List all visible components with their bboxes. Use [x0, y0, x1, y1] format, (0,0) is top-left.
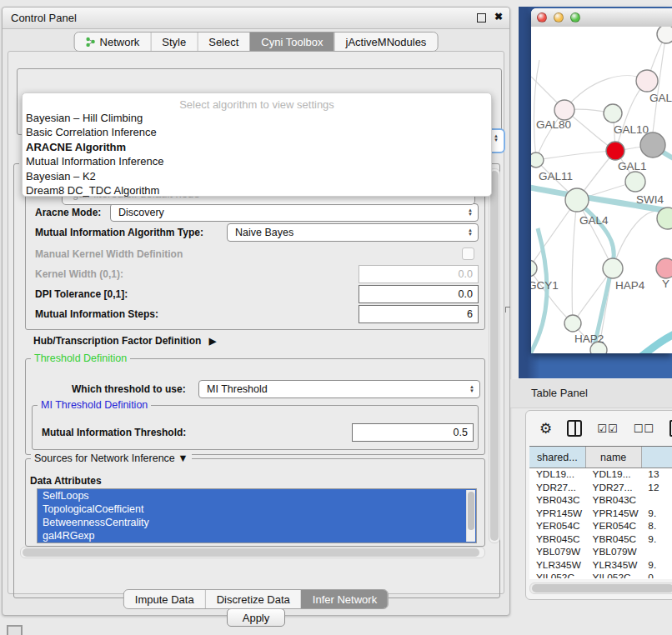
select-all-icon[interactable]: ☑☑	[597, 422, 618, 435]
algorithm-dropdown-popup: Select algorithm to view settings Bayesi…	[22, 92, 492, 197]
minimize-traffic-light[interactable]	[554, 12, 564, 22]
float-window-icon[interactable]	[477, 13, 486, 22]
table-row[interactable]: YIL052CYIL052C0.	[529, 572, 672, 578]
table-cell: YBL079W	[586, 546, 642, 559]
node-gal4-label: GAL4	[579, 214, 609, 227]
aracne-mode-label: Aracne Mode:	[35, 207, 101, 218]
column-header-name[interactable]: name	[586, 447, 642, 468]
algorithm-option[interactable]: Dream8 DC_TDC Algorithm	[23, 183, 491, 198]
apply-button[interactable]: Apply	[227, 608, 285, 627]
close-icon[interactable]: ✖	[494, 11, 503, 22]
attribute-item-selected[interactable]: TopologicalCoefficient	[38, 502, 476, 516]
mi-steps-field[interactable]: 6	[359, 305, 479, 323]
table-row[interactable]: YBR045CYBR045C9.	[529, 533, 672, 547]
tab-label: Style	[162, 36, 186, 48]
table-cell: 9.	[641, 508, 672, 521]
table-cell: 13	[641, 468, 672, 482]
attribute-item-selected[interactable]: BetweennessCentrality	[38, 516, 476, 529]
settings-vertical-scrollbar[interactable]	[489, 168, 500, 543]
bottom-tab-discretize-data[interactable]: Discretize Data	[205, 590, 301, 608]
algorithm-option[interactable]: Mutual Information Inference	[23, 154, 491, 168]
network-edge-highlighted[interactable]	[581, 205, 614, 353]
table-row[interactable]: YPR145WYPR145W9.	[529, 508, 672, 521]
attribute-item-selected[interactable]: gal4RGexp	[38, 529, 476, 542]
which-threshold-combo[interactable]: MI Threshold ▲▼	[198, 380, 480, 398]
node-table: shared...name YDL19...YDL19...13YDR27...…	[529, 446, 672, 579]
algorithm-option[interactable]: Bayesian – K2	[23, 169, 491, 183]
hub-transcription-factor-toggle[interactable]: Hub/Transcription Factor Definition ▶	[33, 335, 216, 347]
node-gal1[interactable]	[606, 142, 624, 160]
table-row[interactable]: YBR043CYBR043C	[529, 494, 672, 508]
network-window-titlebar[interactable]	[531, 8, 672, 28]
settings-horizontal-scrollbar[interactable]	[20, 547, 485, 558]
node-gal10-label: GAL10	[614, 123, 649, 136]
zoom-traffic-light[interactable]	[570, 12, 580, 22]
deselect-all-icon[interactable]: ☐☐	[634, 422, 654, 435]
node-pink-right[interactable]	[656, 258, 672, 278]
node-hap2[interactable]	[564, 315, 581, 332]
tab-jactivemnodules[interactable]: jActiveMNodules	[334, 32, 438, 51]
tab-cyni-toolbox[interactable]: Cyni Toolbox	[249, 32, 333, 51]
bottom-tab-impute-data[interactable]: Impute Data	[124, 590, 205, 608]
node-hap4-label: HAP4	[615, 279, 645, 292]
algorithm-option[interactable]: Basic Correlation Inference	[23, 125, 491, 139]
tab-select[interactable]: Select	[197, 32, 249, 51]
table-cell: YIL052C	[529, 572, 586, 578]
table-row[interactable]: YBL079WYBL079W	[529, 546, 672, 559]
close-traffic-light[interactable]	[537, 12, 547, 22]
network-edge[interactable]	[531, 268, 573, 323]
node-gal80[interactable]	[554, 100, 574, 120]
control-panel-content: ▲▼ galFiltered.sif default node Select a…	[8, 51, 504, 594]
bottom-tab-infer-network[interactable]: Infer Network	[301, 590, 388, 608]
split-columns-icon[interactable]	[567, 420, 582, 437]
algorithm-option[interactable]: Bayesian – Hill Climbing	[23, 111, 491, 125]
network-edge[interactable]	[536, 151, 615, 160]
table-row[interactable]: YDL19...YDL19...13	[529, 468, 672, 482]
node-hap4[interactable]	[603, 258, 623, 278]
network-canvas[interactable]: GALGAL80GAL10GAL1GAL11SWI4GAL4GCY1HAP4YH…	[531, 27, 672, 353]
table-row[interactable]: YDR27...YDR27...12	[529, 482, 672, 495]
table-row[interactable]: YLR345WYLR345W9.	[529, 559, 672, 572]
node-swi4[interactable]	[625, 172, 645, 192]
dpi-tolerance-field[interactable]: 0.0	[359, 285, 479, 303]
combo-spinner-icon: ▲▼	[468, 208, 473, 216]
node-gal11[interactable]	[531, 152, 544, 168]
tab-label: Cyni Toolbox	[261, 36, 323, 48]
attributes-list-scrollbar[interactable]	[466, 490, 475, 542]
mi-algorithm-type-combo[interactable]: Naive Bayes ▲▼	[227, 223, 479, 242]
docked-panel-icon[interactable]	[7, 625, 23, 635]
node-green-top[interactable]	[604, 104, 622, 122]
network-edge-highlighted[interactable]	[634, 332, 672, 353]
table-cell: YLR345W	[586, 559, 642, 572]
network-icon	[86, 37, 96, 47]
manual-kernel-width-checkbox[interactable]	[462, 248, 474, 260]
node-top-partial[interactable]	[657, 27, 672, 43]
table-horizontal-scrollbar[interactable]	[529, 582, 672, 594]
network-edge[interactable]	[564, 76, 647, 110]
mi-threshold-field[interactable]: 0.5	[352, 423, 474, 442]
attribute-item-selected[interactable]: SelfLoops	[38, 489, 476, 502]
algorithm-option[interactable]: ARACNE Algorithm	[23, 140, 491, 154]
mi-threshold-label: Mutual Information Threshold:	[42, 427, 186, 438]
node-gal10[interactable]	[640, 132, 665, 158]
expanded-arrow-icon[interactable]: ▼	[178, 452, 188, 464]
column-header-shared[interactable]: shared...	[529, 447, 586, 468]
node-gcy1[interactable]	[531, 260, 537, 277]
node-gal-top[interactable]	[636, 70, 658, 92]
tab-label: Infer Network	[313, 593, 377, 606]
tab-label: Network	[100, 36, 140, 48]
bottom-tabs: Impute DataDiscretize DataInfer Network	[123, 589, 389, 609]
gear-icon[interactable]: ⚙	[539, 420, 552, 438]
data-attributes-label: Data Attributes	[30, 475, 102, 487]
sources-title: Sources for Network Inference ▼	[31, 452, 192, 464]
tab-network[interactable]: Network	[75, 32, 151, 51]
aracne-mode-combo[interactable]: Discovery ▲▼	[110, 203, 479, 222]
tab-label: jActiveMNodules	[346, 36, 427, 48]
network-edge[interactable]	[534, 60, 539, 160]
table-row[interactable]: YER054CYER054C8.	[529, 520, 672, 533]
network-edge[interactable]	[572, 200, 577, 323]
column-header-partial[interactable]	[642, 447, 672, 468]
tab-style[interactable]: Style	[150, 32, 197, 51]
kernel-width-field[interactable]: 0.0	[359, 265, 479, 283]
node-gal4[interactable]	[565, 188, 589, 212]
